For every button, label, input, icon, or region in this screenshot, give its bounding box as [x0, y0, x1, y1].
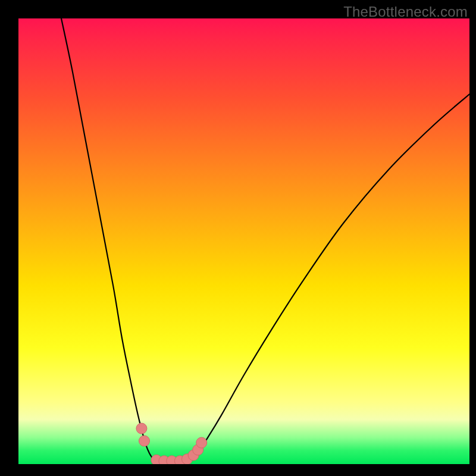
marker-point	[136, 423, 147, 434]
chart-frame: TheBottleneck.com	[0, 0, 476, 476]
marker-point	[139, 436, 149, 446]
bottleneck-curve-svg	[18, 18, 469, 464]
marker-group	[136, 423, 207, 464]
watermark-text: TheBottleneck.com	[343, 4, 468, 20]
curve-group	[61, 18, 469, 462]
plot-area	[18, 18, 469, 464]
marker-point	[196, 437, 207, 448]
bottleneck-curve	[61, 18, 469, 462]
